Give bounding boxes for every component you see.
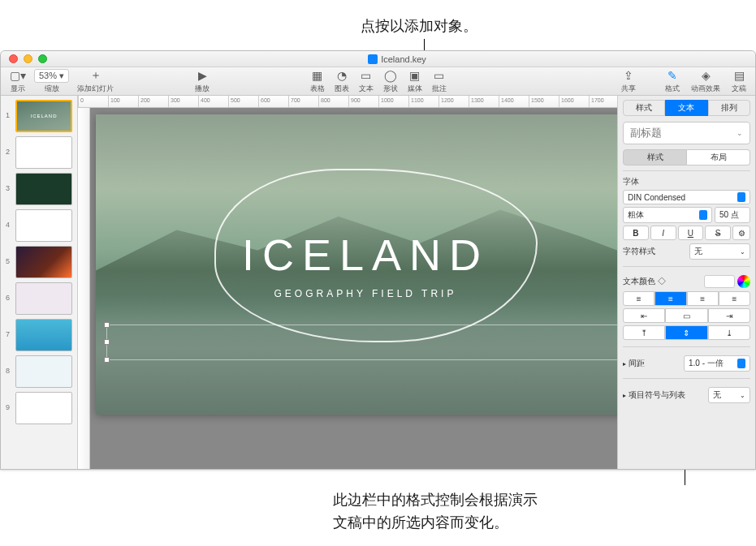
selection-box[interactable]	[106, 325, 617, 360]
document-button[interactable]: ▤文稿	[728, 69, 750, 94]
slide[interactable]: ICELAND GEOGRAPHY FIELD TRIP	[96, 114, 617, 415]
chevron-down-icon: ⌄	[740, 392, 745, 399]
charstyle-select[interactable]: 无⌄	[689, 243, 750, 260]
underline-button[interactable]: U	[678, 226, 704, 240]
text-align-group: ≡ ≡ ≡ ≡	[623, 291, 750, 306]
inspector-tabs: 样式 文本 排列	[618, 96, 755, 118]
font-label: 字体	[623, 176, 750, 187]
add-slide-button[interactable]: ＋ 添加幻灯片	[73, 69, 118, 94]
align-justify-button[interactable]: ≡	[719, 291, 750, 306]
strikethrough-button[interactable]: S	[705, 226, 731, 240]
keynote-file-icon	[368, 54, 378, 64]
font-size-stepper[interactable]: 50 点	[715, 207, 750, 223]
share-button[interactable]: ⇪共享	[617, 69, 640, 94]
indent-none-button[interactable]: ▭	[665, 308, 707, 323]
ruler-vertical	[78, 108, 90, 469]
chart-button[interactable]: ◔图表	[330, 69, 353, 94]
media-button[interactable]: ▣媒体	[404, 69, 426, 94]
zoom-control[interactable]: 53%▾ 缩放	[30, 69, 73, 94]
app-window: Iceland.key ▢▾ 显示 53%▾ 缩放 ＋ 添加幻灯片 ▶ 播放 ▦…	[0, 50, 756, 470]
tab-style[interactable]: 样式	[623, 100, 665, 116]
shape-button[interactable]: ◯形状	[379, 69, 402, 94]
plus-icon: ＋	[90, 69, 102, 83]
tab-arrange[interactable]: 排列	[708, 100, 750, 116]
table-button[interactable]: ▦表格	[306, 69, 329, 94]
close-icon[interactable]	[9, 54, 18, 63]
chevron-down-icon: ⌄	[737, 129, 743, 137]
format-button[interactable]: ✎格式	[661, 69, 684, 94]
shape-icon: ◯	[384, 69, 397, 83]
animate-button[interactable]: ◈动画效果	[687, 69, 724, 94]
view-icon: ▢▾	[10, 69, 26, 83]
indent-right-button[interactable]: ⇥	[708, 308, 750, 323]
align-right-button[interactable]: ≡	[687, 291, 719, 306]
slide-title[interactable]: ICELAND	[242, 230, 489, 280]
advanced-button[interactable]: ⚙	[732, 226, 750, 240]
spacing-select[interactable]: 1.0 - 一倍	[684, 355, 750, 372]
play-icon: ▶	[198, 69, 207, 83]
align-left-button[interactable]: ≡	[623, 291, 654, 306]
charstyle-label: 字符样式	[623, 246, 655, 257]
slide-thumb-1[interactable]: 1ICELAND	[4, 100, 74, 132]
bold-button[interactable]: B	[623, 226, 649, 240]
font-weight-select[interactable]: 粗体	[623, 207, 712, 223]
chevron-icon	[737, 192, 745, 202]
callout-bottom: 此边栏中的格式控制会根据演示 文稿中的所选内容而变化。	[333, 488, 538, 534]
slide-navigator[interactable]: 1ICELAND23456789	[1, 96, 78, 469]
canvas[interactable]: ICELAND GEOGRAPHY FIELD TRIP	[78, 108, 617, 469]
titlebar: Iceland.key	[1, 51, 755, 67]
document-title: Iceland.key	[368, 54, 426, 64]
table-icon: ▦	[312, 69, 322, 83]
subtab-layout[interactable]: 布局	[687, 149, 750, 166]
text-button[interactable]: ▭文本	[355, 69, 378, 94]
align-center-button[interactable]: ≡	[654, 291, 686, 306]
animate-icon: ◈	[702, 69, 711, 83]
media-icon: ▣	[409, 69, 420, 83]
gear-icon: ⚙	[738, 229, 745, 238]
inspector-sidebar: 样式 文本 排列 副标题 ⌄ 样式 布局 字体 DIN Condensed 粗体…	[617, 96, 755, 469]
ruler-horizontal: 0100200300400500600700800900100011001200…	[78, 96, 617, 108]
subtab-style[interactable]: 样式	[623, 149, 687, 166]
fullscreen-icon[interactable]	[38, 54, 47, 63]
valign-bottom-button[interactable]: ⤓	[708, 325, 750, 340]
slide-thumb-9[interactable]: 9	[4, 392, 74, 424]
chevron-icon	[699, 210, 707, 220]
valign-top-button[interactable]: ⤒	[623, 325, 665, 340]
textcolor-label: 文本颜色 ◇	[623, 276, 666, 287]
valign-middle-button[interactable]: ⇕	[665, 325, 707, 340]
tab-text[interactable]: 文本	[665, 100, 707, 116]
slide-thumb-6[interactable]: 6	[4, 282, 74, 315]
font-family-select[interactable]: DIN Condensed	[623, 190, 750, 204]
toolbar: ▢▾ 显示 53%▾ 缩放 ＋ 添加幻灯片 ▶ 播放 ▦表格 ◔图表 ▭文本 ◯…	[1, 67, 755, 96]
share-icon: ⇪	[624, 69, 633, 83]
spacing-label: ▸间距	[623, 358, 645, 369]
bullets-select[interactable]: 无⌄	[708, 387, 750, 403]
comment-icon: ▭	[434, 69, 444, 83]
text-icon: ▭	[361, 69, 371, 83]
color-wheel-icon[interactable]	[737, 275, 750, 288]
text-subtabs: 样式 布局	[623, 149, 750, 166]
slide-subtitle[interactable]: GEOGRAPHY FIELD TRIP	[274, 288, 457, 299]
document-icon: ▤	[734, 69, 745, 83]
chart-icon: ◔	[337, 69, 347, 83]
chevron-down-icon: ⌄	[740, 248, 745, 256]
italic-button[interactable]: I	[650, 226, 676, 240]
slide-thumb-4[interactable]: 4	[4, 209, 74, 242]
slide-thumb-5[interactable]: 5	[4, 246, 74, 278]
minimize-icon[interactable]	[24, 54, 32, 63]
bullets-label: ▸项目符号与列表	[623, 389, 685, 401]
view-button[interactable]: ▢▾ 显示	[6, 69, 30, 94]
slide-thumb-8[interactable]: 8	[4, 355, 74, 388]
play-button[interactable]: ▶ 播放	[191, 69, 214, 94]
indent-left-button[interactable]: ⇤	[623, 308, 665, 323]
slide-thumb-3[interactable]: 3	[4, 173, 74, 205]
color-swatch[interactable]	[704, 275, 735, 288]
format-icon: ✎	[667, 69, 677, 83]
slide-thumb-2[interactable]: 2	[4, 136, 74, 169]
comment-button[interactable]: ▭批注	[428, 69, 451, 94]
chevron-icon	[737, 359, 745, 368]
paragraph-style-select[interactable]: 副标题 ⌄	[623, 122, 750, 144]
slide-thumb-7[interactable]: 7	[4, 319, 74, 351]
callout-top: 点按以添加对象。	[361, 16, 477, 36]
chevron-down-icon: ▾	[59, 71, 64, 81]
